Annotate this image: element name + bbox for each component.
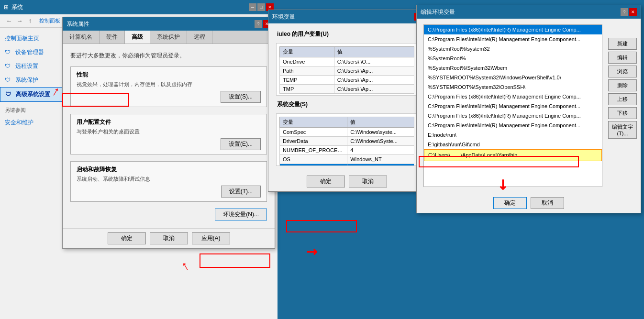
edit-env-side-btn[interactable]: 删除 — [608, 79, 637, 91]
edit-env-item[interactable]: %SYSTEMROOT%\System32\WindowsPowerShell\… — [424, 73, 602, 82]
startup-recovery-settings-btn[interactable]: 设置(T)... — [221, 186, 261, 198]
edit-env-item[interactable]: %SystemRoot%\System32\Wbem — [424, 63, 602, 73]
edit-env-ok-btn[interactable]: 确定 — [493, 197, 527, 209]
edit-env-side-btn[interactable]: 编辑 — [608, 52, 637, 64]
sysattr-apply-btn[interactable]: 应用(A) — [192, 232, 230, 244]
edit-env-item[interactable]: C:\Program Files\Intel\Intel(R) Manageme… — [424, 34, 602, 44]
col-var-header-sys: 变量 — [280, 117, 347, 128]
edit-env-help-btn[interactable]: ? — [621, 8, 628, 16]
edit-env-item[interactable]: C:\Program Files (x86)\Intel\Intel(R) Ma… — [424, 111, 602, 121]
edit-env-item[interactable]: E:\gitbash\run\Git\cmd — [424, 140, 602, 149]
performance-section: 性能 视觉效果，处理器计划，内存使用，以及虚拟内存 设置(S)... — [70, 66, 267, 107]
edit-env-side-btn[interactable]: 上移 — [608, 93, 637, 105]
sysattr-cancel-btn[interactable]: 取消 — [150, 232, 188, 244]
var-value: C:\Program Files... — [347, 164, 414, 166]
sysattr-help-btn[interactable]: ? — [255, 20, 262, 28]
performance-title: 性能 — [77, 71, 261, 79]
sysattr-ok-btn[interactable]: 确定 — [108, 232, 146, 244]
dialog-edit-env: 编辑环境变量 ? ✕ C:\Program Files (x86)\Intel\… — [416, 5, 641, 213]
tab-system-protection[interactable]: 系统保护 — [150, 31, 187, 44]
up-btn[interactable]: ↑ — [25, 16, 35, 26]
shield-icon-4: 🛡 — [5, 91, 13, 99]
sidebar-item-remote[interactable]: 🛡 远程设置 — [0, 59, 67, 73]
sysattr-tab-bar: 计算机名 硬件 高级 系统保护 远程 — [63, 31, 275, 44]
performance-settings-btn[interactable]: 设置(S)... — [221, 91, 261, 103]
maximize-btn[interactable]: □ — [257, 3, 265, 11]
tab-hardware[interactable]: 硬件 — [100, 31, 125, 44]
sidebar-item-advanced[interactable]: 🛡 高级系统设置 — [0, 87, 67, 102]
startup-recovery-title: 启动和故障恢复 — [77, 165, 261, 174]
edit-env-side-btn[interactable]: 编辑文字(T)... — [608, 121, 637, 139]
user-var-row[interactable]: TMPC:\Users\ \Ap... — [280, 85, 414, 94]
edit-env-item[interactable]: C:\Users\ \AppData\Local\Yarn\bin — [424, 149, 602, 161]
var-name: Path — [280, 66, 334, 76]
env-ok-btn[interactable]: 确定 — [307, 176, 345, 187]
tab-remote[interactable]: 远程 — [187, 31, 212, 44]
system-var-row[interactable]: PathC:\Program Files... — [280, 164, 414, 166]
edit-env-side-btn[interactable]: 下移 — [608, 107, 637, 119]
var-name: OneDrive — [280, 57, 334, 66]
env-footer: 确定 取消 — [268, 172, 425, 191]
edit-env-footer: 确定 取消 — [417, 193, 641, 213]
system-vars-panel[interactable]: 变量 值 ComSpecC:\Windows\syste...DriverDat… — [276, 113, 418, 166]
edit-env-side-btn[interactable]: 新建 — [608, 38, 637, 50]
sidebar: 控制面板主页 🛡 设备管理器 🛡 远程设置 🛡 系统保护 🛡 高级系统设置 另请… — [0, 28, 67, 319]
sidebar-item-protection[interactable]: 🛡 系统保护 — [0, 73, 67, 87]
sidebar-security-label: 安全和维护 — [5, 119, 33, 127]
user-var-row[interactable]: OneDriveC:\Users\ \O... — [280, 57, 414, 66]
breadcrumb-control-panel[interactable]: 控制面板 — [39, 17, 60, 24]
sidebar-item-device-manager[interactable]: 🛡 设备管理器 — [0, 45, 67, 59]
sysattr-title: 系统属性 — [67, 20, 89, 28]
sysattr-footer: 确定 取消 应用(A) — [63, 228, 275, 248]
also-see-label: 另请参阅 — [0, 102, 67, 116]
edit-env-cancel-btn[interactable]: 取消 — [531, 197, 564, 209]
edit-env-side-btn[interactable]: 浏览 — [608, 66, 637, 77]
shield-icon-2: 🛡 — [5, 63, 12, 70]
edit-env-item[interactable]: C:\Program Files (x86)\Intel\Intel(R) Ma… — [424, 25, 602, 34]
col-val-header: 值 — [334, 47, 414, 57]
sidebar-item-label: 远程设置 — [15, 62, 38, 70]
edit-env-item[interactable]: C:\Program Files (x86)\Intel\Intel(R) Ma… — [424, 92, 602, 101]
var-value: C:\Users\ \Ap... — [334, 85, 414, 94]
user-vars-panel[interactable]: 变量 值 OneDriveC:\Users\ \O...PathC:\Users… — [276, 43, 418, 96]
var-name: DriverData — [280, 137, 347, 146]
system-var-row[interactable]: DriverDataC:\Windows\Syste... — [280, 137, 414, 146]
sidebar-item-main[interactable]: 控制面板主页 — [0, 32, 67, 45]
var-name: NUMBER_OF_PROCESSORS — [280, 146, 347, 155]
forward-btn[interactable]: → — [14, 16, 25, 26]
user-var-row[interactable]: TEMPC:\Users\ \Ap... — [280, 76, 414, 85]
user-profile-settings-btn[interactable]: 设置(E)... — [221, 138, 261, 150]
col-var-header: 变量 — [280, 47, 334, 57]
dialog-system-properties: 系统属性 ? ✕ 计算机名 硬件 高级 系统保护 远程 要进行大多数更改，你必须… — [62, 17, 275, 249]
edit-env-body: C:\Program Files (x86)\Intel\Intel(R) Ma… — [417, 19, 641, 193]
back-btn[interactable]: ← — [4, 16, 14, 26]
system-var-row[interactable]: OSWindows_NT — [280, 155, 414, 164]
user-var-row[interactable]: PathC:\Users\ \Ap... — [280, 66, 414, 76]
env-cancel-btn[interactable]: 取消 — [349, 176, 387, 187]
env-vars-btn[interactable]: 环境变量(N)... — [215, 209, 267, 220]
edit-env-item[interactable]: %SystemRoot% — [424, 54, 602, 63]
edit-env-item[interactable]: C:\Program Files\Intel\Intel(R) Manageme… — [424, 121, 602, 130]
minimize-btn[interactable]: ─ — [249, 3, 256, 11]
edit-env-item[interactable]: %SystemRoot%\system32 — [424, 44, 602, 54]
tab-advanced[interactable]: 高级 — [125, 31, 150, 44]
startup-recovery-desc: 系统启动、系统故障和调试信息 — [77, 176, 261, 183]
edit-env-close-btn[interactable]: ✕ — [629, 8, 637, 16]
edit-env-item[interactable]: E:\node\run\ — [424, 130, 602, 140]
var-name: ComSpec — [280, 128, 347, 137]
var-value: Windows_NT — [347, 155, 414, 164]
user-profile-section: 用户配置文件 与登录帐户相关的桌面设置 设置(E)... — [70, 114, 267, 154]
var-value: C:\Users\ \Ap... — [334, 66, 414, 76]
system-var-row[interactable]: ComSpecC:\Windows\syste... — [280, 128, 414, 137]
dialog-env-vars: 环境变量 ✕ iuleo 的用户变量(U) 变量 值 OneDriveC:\Us… — [268, 10, 426, 192]
info-text: 要进行大多数更改，你必须作为管理员登录。 — [70, 52, 267, 60]
sidebar-item-security[interactable]: 安全和维护 — [0, 116, 67, 130]
edit-env-item[interactable]: C:\Program Files\Intel\Intel(R) Manageme… — [424, 101, 602, 111]
var-name: TEMP — [280, 76, 334, 85]
edit-env-list[interactable]: C:\Program Files (x86)\Intel\Intel(R) Ma… — [423, 24, 602, 187]
var-value: C:\Windows\Syste... — [347, 137, 414, 146]
tab-computer-name[interactable]: 计算机名 — [63, 31, 100, 44]
system-var-row[interactable]: NUMBER_OF_PROCESSORS4 — [280, 146, 414, 155]
edit-env-item[interactable]: %SYSTEMROOT%\System32\OpenSSH\ — [424, 82, 602, 92]
system-title-bar: ⊞ 系统 ─ □ ✕ — [0, 0, 278, 14]
